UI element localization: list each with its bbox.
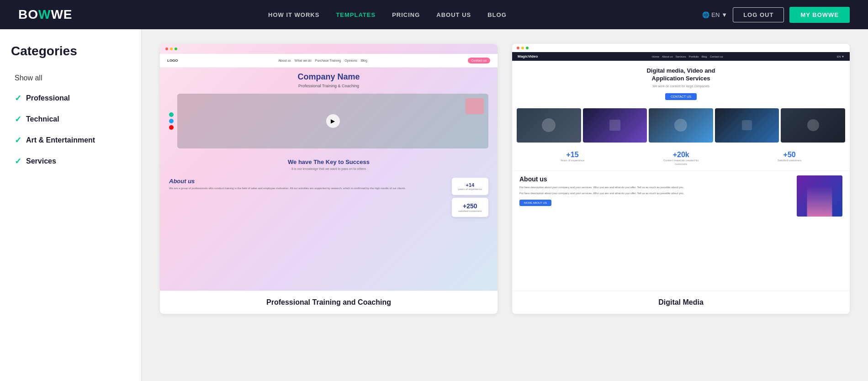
category-list: Show all ✓ Professional ✓ Technical ✓ Ar…: [11, 69, 130, 171]
template-label-2: Digital Media: [512, 291, 850, 314]
check-icon: ✓: [15, 93, 21, 103]
sidebar-item-services[interactable]: ✓ Services: [11, 152, 130, 171]
nav-link-how-it-works[interactable]: HOW IT WORKS: [268, 11, 319, 18]
template-label-1: Professional Training and Coaching: [160, 291, 498, 314]
template-card-1[interactable]: LOGO About us What we do Purchase Traini…: [160, 44, 498, 314]
check-icon: ✓: [15, 114, 21, 124]
navbar: BOWWE HOW IT WORKS TEMPLATES PRICING ABO…: [0, 0, 868, 29]
nav-right: 🌐 EN ▼ LOG OUT MY BOWWE: [702, 7, 850, 23]
check-icon: ✓: [15, 135, 21, 145]
sidebar-title: Categories: [11, 44, 130, 58]
sidebar-item-art-entertainment[interactable]: ✓ Art & Entertainment: [11, 131, 130, 150]
mybowwe-button[interactable]: MY BOWWE: [789, 7, 850, 23]
main-content: LOGO About us What we do Purchase Traini…: [142, 29, 868, 381]
nav-link-blog[interactable]: BLOG: [487, 11, 507, 18]
nav-link-about-us[interactable]: ABOUT US: [436, 11, 471, 18]
nav-link-pricing[interactable]: PRICING: [392, 11, 420, 18]
template-preview-1: LOGO About us What we do Purchase Traini…: [160, 44, 498, 291]
nav-link-templates[interactable]: TEMPLATES: [336, 11, 376, 18]
sidebar-item-professional[interactable]: ✓ Professional: [11, 89, 130, 108]
sidebar-item-technical[interactable]: ✓ Technical: [11, 110, 130, 129]
page-container: Categories Show all ✓ Professional ✓ Tec…: [0, 29, 868, 381]
templates-grid: LOGO About us What we do Purchase Traini…: [160, 44, 850, 314]
check-icon: ✓: [15, 156, 21, 166]
sidebar: Categories Show all ✓ Professional ✓ Tec…: [0, 29, 142, 381]
template-preview-2: MagicVideo Home About us Services Portfo…: [512, 44, 850, 291]
globe-icon: 🌐: [702, 11, 709, 18]
sidebar-item-show-all[interactable]: Show all: [11, 69, 130, 87]
logout-button[interactable]: LOG OUT: [733, 7, 784, 22]
chevron-down-icon: ▼: [721, 11, 727, 18]
language-selector[interactable]: 🌐 EN ▼: [702, 11, 727, 18]
nav-logo: BOWWE: [18, 7, 73, 22]
template-card-2[interactable]: MagicVideo Home About us Services Portfo…: [512, 44, 850, 314]
